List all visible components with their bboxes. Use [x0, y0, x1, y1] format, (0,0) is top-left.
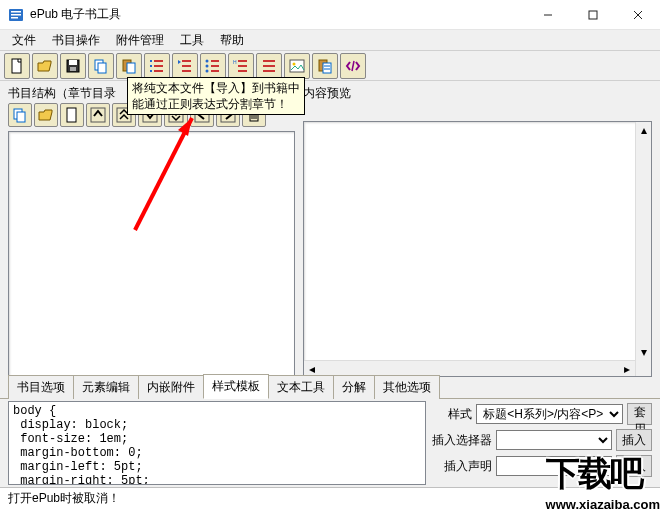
svg-point-40: [293, 62, 296, 65]
svg-rect-13: [98, 63, 106, 73]
tree-copy-button[interactable]: [8, 103, 32, 127]
save-button[interactable]: [60, 53, 86, 79]
svg-line-45: [352, 61, 354, 71]
open-button[interactable]: [32, 53, 58, 79]
tab-style-template[interactable]: 样式模板: [203, 374, 269, 399]
menu-tools[interactable]: 工具: [172, 30, 212, 51]
code-button[interactable]: [340, 53, 366, 79]
style-select[interactable]: 标题<H系列>/内容<P>: [476, 404, 623, 424]
menu-help[interactable]: 帮助: [212, 30, 252, 51]
copy-button[interactable]: [88, 53, 114, 79]
insert-selector-button[interactable]: 插入: [616, 429, 652, 451]
list-c-button[interactable]: [200, 53, 226, 79]
svg-rect-5: [589, 11, 597, 19]
svg-marker-25: [178, 60, 181, 64]
window-buttons: [525, 0, 660, 30]
svg-rect-10: [69, 60, 77, 65]
decl-label: 插入声明: [432, 458, 492, 475]
list-e-button[interactable]: [256, 53, 282, 79]
apply-style-button[interactable]: 套用: [627, 403, 652, 425]
tab-decompose[interactable]: 分解: [333, 375, 375, 399]
content-preview[interactable]: ▴ ▾ ◂ ▸: [303, 121, 652, 377]
close-button[interactable]: [615, 0, 660, 30]
minimize-button[interactable]: [525, 0, 570, 30]
preview-vscroll[interactable]: ▴ ▾: [635, 122, 651, 376]
svg-point-31: [206, 69, 209, 72]
scroll-up-icon[interactable]: ▴: [636, 122, 652, 138]
svg-rect-47: [17, 112, 25, 122]
style-label: 样式: [432, 406, 472, 423]
preview-hscroll[interactable]: ◂ ▸: [304, 360, 635, 376]
decl-select[interactable]: [496, 456, 612, 476]
svg-rect-48: [67, 108, 76, 122]
chapter-tree[interactable]: [8, 131, 295, 377]
titlebar: ePub 电子书工具: [0, 0, 660, 30]
main-toolbar: H: [0, 51, 660, 81]
main-area: 书目结构（章节目录 内容预览 ▴ ▾ ◂ ▸: [0, 81, 660, 377]
svg-rect-20: [150, 65, 152, 67]
svg-text:H: H: [233, 59, 237, 65]
svg-rect-1: [11, 11, 21, 13]
style-controls: 样式 标题<H系列>/内容<P> 套用 插入选择器 插入 插入声明 插入: [428, 399, 660, 487]
preview-label: 内容预览: [303, 85, 652, 101]
right-panel: 内容预览 ▴ ▾ ◂ ▸: [299, 81, 660, 377]
svg-rect-11: [70, 67, 76, 71]
list-a-button[interactable]: [144, 53, 170, 79]
list-d-button[interactable]: H: [228, 53, 254, 79]
app-icon: [8, 7, 24, 23]
svg-rect-2: [11, 14, 21, 16]
svg-rect-42: [323, 63, 331, 73]
tree-doc-button[interactable]: [60, 103, 84, 127]
maximize-button[interactable]: [570, 0, 615, 30]
menu-attachments[interactable]: 附件管理: [108, 30, 172, 51]
tab-other[interactable]: 其他选项: [374, 375, 440, 399]
tab-text-tools[interactable]: 文本工具: [268, 375, 334, 399]
tab-book-options[interactable]: 书目选项: [8, 375, 74, 399]
paste2-button[interactable]: [312, 53, 338, 79]
tab-element-edit[interactable]: 元素编辑: [73, 375, 139, 399]
paste-button[interactable]: [116, 53, 142, 79]
tooltip-line1: 将纯文本文件【导入】到书籍中: [132, 80, 300, 96]
bottom-panel: body { display: block; font-size: 1em; m…: [0, 399, 660, 487]
scroll-right-icon[interactable]: ▸: [619, 361, 635, 377]
svg-rect-3: [11, 17, 18, 19]
tab-embedded[interactable]: 内嵌附件: [138, 375, 204, 399]
move-up-button[interactable]: [86, 103, 110, 127]
svg-point-29: [206, 59, 209, 62]
css-editor[interactable]: body { display: block; font-size: 1em; m…: [8, 401, 426, 485]
insert-decl-button[interactable]: 插入: [616, 455, 652, 477]
left-panel: 书目结构（章节目录: [0, 81, 299, 377]
svg-rect-21: [150, 70, 152, 72]
selector-label: 插入选择器: [432, 432, 492, 449]
tree-open-button[interactable]: [34, 103, 58, 127]
image-button[interactable]: [284, 53, 310, 79]
svg-rect-15: [127, 63, 135, 73]
new-button[interactable]: [4, 53, 30, 79]
window-title: ePub 电子书工具: [30, 6, 525, 23]
import-tooltip: 将纯文本文件【导入】到书籍中 能通过正则表达式分割章节！: [127, 77, 305, 115]
tooltip-line2: 能通过正则表达式分割章节！: [132, 96, 300, 112]
status-bar: 打开ePub时被取消！: [0, 487, 660, 507]
bottom-tabs: 书目选项 元素编辑 内嵌附件 样式模板 文本工具 分解 其他选项: [0, 377, 660, 399]
selector-select[interactable]: [496, 430, 612, 450]
svg-point-30: [206, 64, 209, 67]
menu-file[interactable]: 文件: [4, 30, 44, 51]
menu-book-ops[interactable]: 书目操作: [44, 30, 108, 51]
menubar: 文件 书目操作 附件管理 工具 帮助: [0, 30, 660, 51]
svg-rect-19: [150, 60, 152, 62]
scroll-down-icon[interactable]: ▾: [636, 344, 652, 360]
svg-rect-8: [12, 59, 21, 73]
list-b-button[interactable]: [172, 53, 198, 79]
